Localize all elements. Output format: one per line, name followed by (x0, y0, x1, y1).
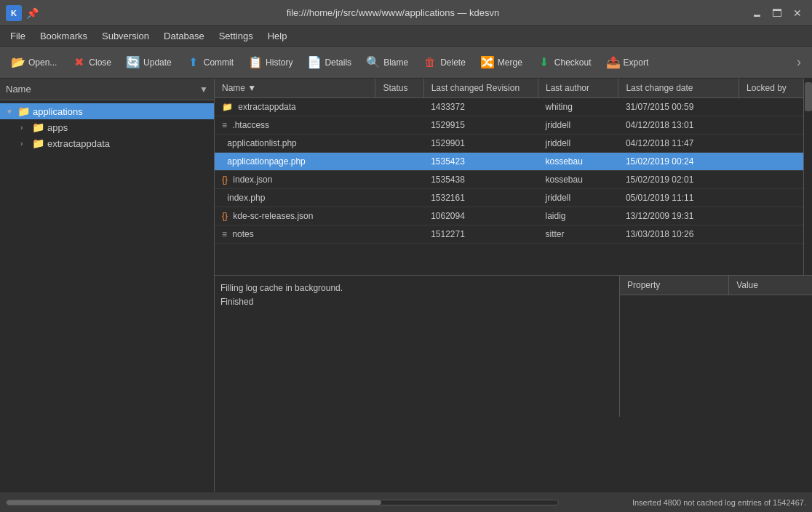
cell-author: kossebau (538, 171, 618, 189)
merge-icon: 🔀 (480, 55, 495, 70)
cell-date: 04/12/2018 13:01 (618, 116, 739, 135)
file-table-scroll[interactable]: Name ▼ Status Last changed Revision Last… (215, 79, 803, 275)
col-header-date[interactable]: Last change date (618, 79, 739, 98)
toolbar: 📂 Open... ✖ Close 🔄 Update ⬆ Commit 📋 Hi… (0, 47, 812, 79)
cell-revision: 1433372 (423, 98, 538, 116)
table-row[interactable]: {} kde-sc-releases.json 1062094 laidig 1… (215, 207, 803, 225)
expand-arrow-apps[interactable]: › (20, 124, 29, 132)
menu-file[interactable]: File (3, 28, 33, 44)
file-name: applicationlist.php (227, 138, 296, 148)
tree-header-sort-icon[interactable]: ▼ (199, 84, 208, 95)
expand-arrow-applications[interactable]: ▼ (6, 108, 15, 116)
cell-status (375, 98, 423, 116)
update-button[interactable]: 🔄 Update (119, 50, 178, 75)
maximize-button[interactable]: 🗖 (768, 4, 786, 22)
table-row[interactable]: index.php 1532161 jriddell 05/01/2019 11… (215, 189, 803, 207)
cell-locked (739, 98, 803, 116)
cell-name[interactable]: applicationlist.php (215, 135, 375, 153)
tree-label-apps: apps (47, 122, 68, 133)
table-row[interactable]: 📁 extractappdata 1433372 whiting 31/07/2… (215, 98, 803, 116)
col-header-author[interactable]: Last author (538, 79, 618, 98)
table-row[interactable]: applicationpage.php 1535423 kossebau 15/… (215, 153, 803, 171)
tree-item-extractappdata[interactable]: › 📁 extractappdata (0, 135, 214, 151)
cell-date: 13/12/2009 19:31 (618, 207, 739, 225)
cell-name[interactable]: ≡ .htaccess (215, 116, 375, 135)
cell-name[interactable]: index.php (215, 189, 375, 207)
cell-author: laidig (538, 207, 618, 225)
table-row[interactable]: ≡ .htaccess 1529915 jriddell 04/12/2018 … (215, 116, 803, 135)
cell-name[interactable]: ≡ notes (215, 225, 375, 244)
menu-subversion[interactable]: Subversion (95, 28, 156, 44)
col-header-locked[interactable]: Locked by (739, 79, 803, 98)
pin-icon[interactable]: 📌 (26, 7, 38, 19)
cell-locked (739, 225, 803, 244)
col-header-revision[interactable]: Last changed Revision (423, 79, 538, 98)
tree-item-applications[interactable]: ▼ 📁 applications (0, 103, 214, 119)
merge-label: Merge (498, 57, 522, 68)
horizontal-scrollbar[interactable] (6, 500, 559, 505)
open-button[interactable]: 📂 Open... (4, 50, 63, 75)
expand-arrow-extractappdata[interactable]: › (20, 140, 29, 148)
open-icon: 📂 (11, 55, 25, 70)
cell-status (375, 135, 423, 153)
file-icon: ≡ (222, 229, 227, 239)
close-button[interactable]: ✕ (789, 4, 806, 22)
checkout-icon: ⬇ (537, 55, 552, 70)
col-header-name[interactable]: Name ▼ (215, 79, 375, 98)
merge-button[interactable]: 🔀 Merge (474, 50, 529, 75)
file-name: notes (232, 229, 253, 239)
file-name: .htaccess (232, 120, 269, 130)
cell-name[interactable]: {} index.json (215, 171, 375, 189)
right-scrollbar-thumb[interactable] (805, 82, 812, 111)
blame-button[interactable]: 🔍 Blame (359, 50, 415, 75)
col-header-value[interactable]: Value (729, 276, 812, 295)
details-icon: 📄 (307, 55, 322, 70)
close-file-label: Close (89, 57, 111, 68)
minimize-button[interactable]: 🗕 (748, 4, 765, 22)
commit-button[interactable]: ⬆ Commit (180, 50, 240, 75)
horizontal-scrollbar-thumb[interactable] (7, 500, 381, 505)
right-panel: Name ▼ Status Last changed Revision Last… (215, 79, 812, 492)
cell-locked (739, 189, 803, 207)
file-table-header-row: Name ▼ Status Last changed Revision Last… (215, 79, 803, 98)
cell-name[interactable]: 📁 extractappdata (215, 98, 375, 116)
cell-locked (739, 153, 803, 171)
right-scrollbar[interactable] (803, 79, 812, 275)
cell-date: 15/02/2019 02:01 (618, 171, 739, 189)
cell-revision: 1532161 (423, 189, 538, 207)
details-button[interactable]: 📄 Details (300, 50, 358, 75)
property-table: Property Value (620, 276, 812, 295)
checkout-button[interactable]: ⬇ Checkout (530, 50, 598, 75)
status-bar: Inserted 4800 not cached log entries of … (0, 492, 812, 512)
tree-label-extractappdata: extractappdata (47, 138, 110, 149)
delete-label: Delete (440, 57, 466, 68)
open-label: Open... (28, 57, 57, 68)
export-button[interactable]: 📤 Export (600, 50, 656, 75)
cell-status (375, 207, 423, 225)
menu-help[interactable]: Help (260, 28, 295, 44)
cell-author: kossebau (538, 153, 618, 171)
menu-settings[interactable]: Settings (212, 28, 260, 44)
file-icon: {} (222, 211, 228, 221)
tree-header-label: Name (6, 84, 31, 95)
cell-name[interactable]: {} kde-sc-releases.json (215, 207, 375, 225)
delete-button[interactable]: 🗑 Delete (416, 50, 472, 75)
menu-database[interactable]: Database (156, 28, 212, 44)
toolbar-more-button[interactable]: › (790, 52, 808, 73)
table-row[interactable]: applicationlist.php 1529901 jriddell 04/… (215, 135, 803, 153)
checkout-label: Checkout (554, 57, 592, 68)
table-row[interactable]: {} index.json 1535438 kossebau 15/02/201… (215, 171, 803, 189)
col-header-status[interactable]: Status (375, 79, 423, 98)
app-icon: K (6, 5, 22, 21)
cell-name[interactable]: applicationpage.php (215, 153, 375, 171)
table-row[interactable]: ≡ notes 1512271 sitter 13/03/2018 10:26 (215, 225, 803, 244)
update-icon: 🔄 (126, 55, 140, 70)
close-file-button[interactable]: ✖ Close (65, 50, 118, 75)
col-header-property[interactable]: Property (620, 276, 729, 295)
cell-author: jriddell (538, 189, 618, 207)
tree-item-apps[interactable]: › 📁 apps (0, 119, 214, 135)
commit-icon: ⬆ (186, 55, 201, 70)
history-button[interactable]: 📋 History (242, 50, 299, 75)
menu-bookmarks[interactable]: Bookmarks (33, 28, 95, 44)
cell-date: 15/02/2019 00:24 (618, 153, 739, 171)
